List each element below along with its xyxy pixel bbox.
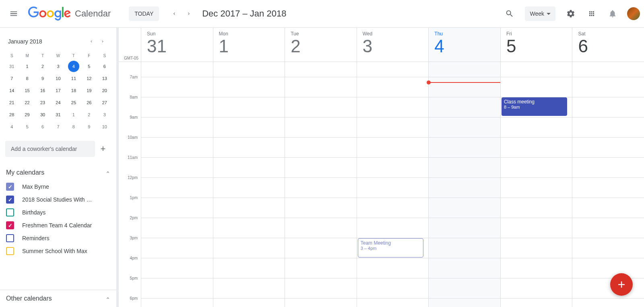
calendar-item[interactable]: Max Byrne bbox=[4, 180, 112, 193]
prev-week-icon[interactable] bbox=[167, 6, 182, 21]
calendar-item[interactable]: Summer School With Max bbox=[4, 245, 112, 258]
mini-day[interactable]: 13 bbox=[99, 73, 110, 84]
mini-day[interactable]: 28 bbox=[6, 109, 17, 120]
mini-day[interactable]: 14 bbox=[6, 85, 17, 96]
mini-day[interactable]: 1 bbox=[68, 109, 79, 120]
mini-day[interactable]: 21 bbox=[6, 97, 17, 108]
mini-day[interactable]: 7 bbox=[6, 73, 17, 84]
view-label: Week bbox=[530, 10, 544, 17]
day-column[interactable] bbox=[141, 62, 213, 307]
mini-day[interactable]: 6 bbox=[99, 61, 110, 72]
mini-day[interactable]: 23 bbox=[37, 97, 48, 108]
menu-icon[interactable] bbox=[4, 4, 23, 23]
mini-prev-icon[interactable] bbox=[86, 36, 97, 47]
event-title: Class meeting bbox=[504, 99, 565, 105]
calendar-checkbox[interactable] bbox=[6, 196, 14, 204]
mini-day[interactable]: 3 bbox=[99, 109, 110, 120]
calendar-checkbox[interactable] bbox=[6, 247, 14, 255]
mini-next-icon[interactable] bbox=[97, 36, 108, 47]
avatar[interactable] bbox=[627, 7, 640, 20]
day-header[interactable]: Sun31 bbox=[141, 28, 213, 62]
day-column[interactable]: Class meeting8 – 9am bbox=[500, 62, 572, 307]
my-calendars-toggle[interactable]: My calendars bbox=[4, 165, 112, 180]
mini-dow: S bbox=[97, 51, 112, 60]
mini-day[interactable]: 15 bbox=[22, 85, 33, 96]
time-grid[interactable]: 7am8am9am10am11am12pm1pm2pm3pm4pm5pm6pm … bbox=[119, 62, 644, 307]
calendar-item[interactable]: Birthdays bbox=[4, 206, 112, 219]
mini-day[interactable]: 20 bbox=[99, 85, 110, 96]
mini-day[interactable]: 29 bbox=[22, 109, 33, 120]
day-column[interactable] bbox=[428, 62, 500, 307]
mini-day[interactable]: 8 bbox=[68, 121, 79, 132]
day-column[interactable] bbox=[285, 62, 357, 307]
calendar-checkbox[interactable] bbox=[6, 208, 14, 216]
day-column[interactable]: Team Meeting3 – 4pm bbox=[357, 62, 429, 307]
day-header[interactable]: Mon1 bbox=[213, 28, 285, 62]
day-column[interactable] bbox=[213, 62, 285, 307]
mini-day[interactable]: 2 bbox=[83, 109, 95, 120]
mini-day[interactable]: 19 bbox=[83, 85, 95, 96]
mini-day[interactable]: 10 bbox=[52, 73, 64, 84]
mini-day[interactable]: 24 bbox=[52, 97, 64, 108]
mini-day[interactable]: 8 bbox=[22, 73, 33, 84]
mini-dow: M bbox=[19, 51, 35, 60]
day-header[interactable]: Thu4 bbox=[428, 28, 500, 62]
day-header[interactable]: Wed3 bbox=[357, 28, 429, 62]
notifications-icon[interactable] bbox=[604, 5, 621, 23]
mini-day[interactable]: 7 bbox=[52, 121, 64, 132]
day-header[interactable]: Fri5 bbox=[500, 28, 572, 62]
mini-day[interactable]: 5 bbox=[83, 61, 95, 72]
mini-day[interactable]: 31 bbox=[52, 109, 64, 120]
event-time: 8 – 9am bbox=[504, 105, 565, 109]
hour-label: 9am bbox=[119, 115, 141, 135]
add-calendar-icon[interactable]: + bbox=[95, 141, 111, 157]
event-time: 3 – 4pm bbox=[361, 246, 421, 251]
day-header[interactable]: Tue2 bbox=[285, 28, 357, 62]
mini-day[interactable]: 16 bbox=[37, 85, 48, 96]
mini-day[interactable]: 2 bbox=[37, 61, 48, 72]
mini-day[interactable]: 18 bbox=[68, 85, 79, 96]
calendar-item[interactable]: 2018 Social Studies With … bbox=[4, 193, 112, 206]
mini-dow: F bbox=[81, 51, 97, 60]
calendar-item[interactable]: Reminders bbox=[4, 232, 112, 245]
mini-day[interactable]: 4 bbox=[6, 121, 17, 132]
mini-day[interactable]: 4 bbox=[68, 61, 79, 72]
apps-icon[interactable] bbox=[583, 5, 601, 23]
today-button[interactable]: TODAY bbox=[129, 6, 159, 21]
add-coworker-input[interactable]: Add a coworker's calendar bbox=[5, 141, 95, 157]
mini-day[interactable]: 22 bbox=[22, 97, 33, 108]
mini-day[interactable]: 9 bbox=[83, 121, 95, 132]
settings-icon[interactable] bbox=[562, 5, 580, 23]
mini-day[interactable]: 10 bbox=[99, 121, 110, 132]
calendar-checkbox[interactable] bbox=[6, 234, 14, 242]
google-logo[interactable] bbox=[27, 6, 72, 21]
mini-day[interactable]: 30 bbox=[37, 109, 48, 120]
mini-day[interactable]: 17 bbox=[52, 85, 64, 96]
mini-day[interactable]: 6 bbox=[37, 121, 48, 132]
event[interactable]: Team Meeting3 – 4pm bbox=[358, 238, 424, 258]
mini-day[interactable]: 27 bbox=[99, 97, 110, 108]
search-icon[interactable] bbox=[501, 5, 518, 23]
week-view: GMT-05 Sun31Mon1Tue2Wed3Thu4Fri5Sat6 7am… bbox=[119, 28, 644, 307]
calendar-checkbox[interactable] bbox=[6, 183, 14, 191]
mini-day[interactable]: 12 bbox=[83, 73, 95, 84]
day-column[interactable] bbox=[572, 62, 644, 307]
mini-day[interactable]: 3 bbox=[52, 61, 64, 72]
mini-day[interactable]: 11 bbox=[68, 73, 79, 84]
mini-day[interactable]: 31 bbox=[6, 61, 17, 72]
mini-day[interactable]: 9 bbox=[37, 73, 48, 84]
create-event-button[interactable]: + bbox=[610, 273, 633, 296]
day-header[interactable]: Sat6 bbox=[572, 28, 644, 62]
mini-dow: T bbox=[35, 51, 50, 60]
next-week-icon[interactable] bbox=[182, 6, 196, 21]
view-select[interactable]: Week bbox=[525, 6, 555, 21]
calendar-checkbox[interactable] bbox=[6, 221, 14, 229]
calendar-label: Max Byrne bbox=[22, 183, 49, 190]
event[interactable]: Class meeting8 – 9am bbox=[502, 97, 568, 116]
other-calendars-toggle[interactable]: Other calendars bbox=[0, 290, 116, 307]
mini-day[interactable]: 25 bbox=[68, 97, 79, 108]
mini-day[interactable]: 5 bbox=[22, 121, 33, 132]
mini-day[interactable]: 1 bbox=[22, 61, 33, 72]
mini-day[interactable]: 26 bbox=[83, 97, 95, 108]
calendar-item[interactable]: Freshmen Team 4 Calendar bbox=[4, 219, 112, 232]
